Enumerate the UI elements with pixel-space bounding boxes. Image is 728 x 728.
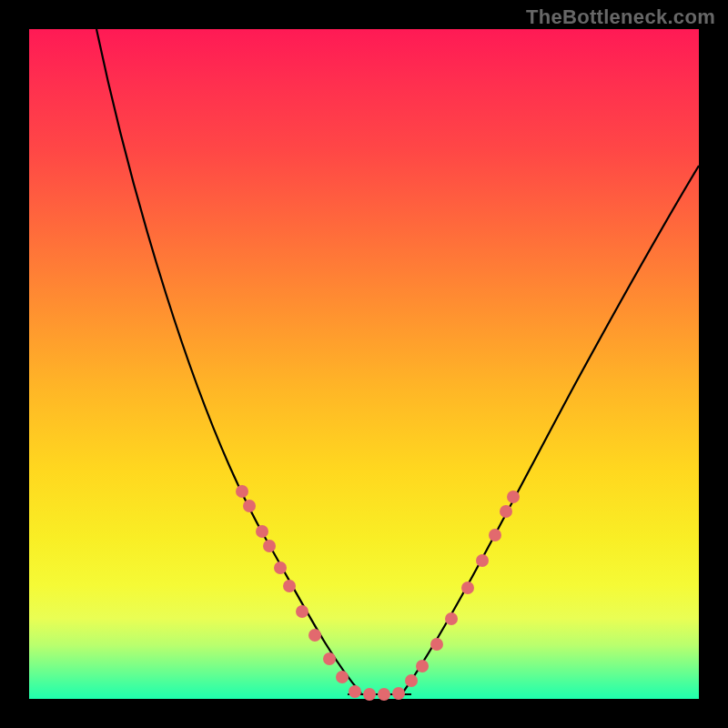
curve-left [96, 29, 361, 693]
curve-right [402, 166, 699, 693]
svg-point-13 [392, 687, 405, 700]
svg-point-12 [378, 688, 390, 701]
svg-point-9 [336, 671, 349, 683]
svg-point-20 [489, 529, 501, 541]
svg-point-5 [283, 580, 296, 592]
svg-point-3 [263, 540, 276, 552]
svg-point-22 [507, 490, 520, 503]
svg-point-6 [296, 605, 308, 618]
svg-point-15 [416, 660, 429, 672]
curve-layer [29, 29, 699, 699]
svg-point-7 [308, 629, 321, 642]
svg-point-2 [256, 525, 268, 538]
svg-point-14 [405, 674, 418, 687]
svg-point-19 [476, 554, 489, 567]
svg-point-8 [323, 652, 336, 665]
svg-point-1 [243, 500, 256, 512]
svg-point-18 [461, 581, 474, 594]
plot-area [29, 29, 699, 699]
svg-point-16 [430, 638, 443, 651]
svg-point-0 [236, 485, 248, 498]
svg-point-10 [349, 685, 361, 698]
markers-bottom [349, 685, 405, 701]
svg-point-11 [363, 688, 376, 701]
watermark-text: TheBottleneck.com [526, 5, 715, 29]
svg-point-4 [274, 561, 287, 574]
svg-point-21 [500, 505, 512, 518]
svg-point-17 [445, 612, 458, 625]
chart-frame: TheBottleneck.com [0, 0, 728, 728]
